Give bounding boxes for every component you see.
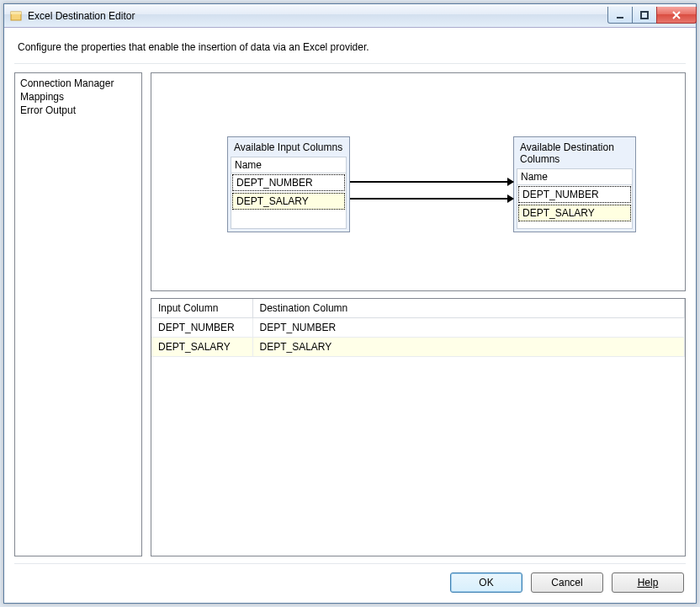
mapping-table: Input Column Destination Column DEPT_NUM… bbox=[151, 299, 685, 357]
footer-separator bbox=[14, 563, 686, 564]
button-row: OK Cancel Help bbox=[14, 572, 686, 593]
table-row[interactable]: DEPT_NUMBER DEPT_NUMBER bbox=[151, 318, 685, 338]
app-icon bbox=[9, 9, 23, 23]
mapping-link[interactable] bbox=[350, 181, 513, 183]
maximize-button[interactable] bbox=[632, 7, 657, 24]
mapping-canvas[interactable]: Available Input Columns Name DEPT_NUMBER… bbox=[151, 72, 686, 291]
grid-header-destination[interactable]: Destination Column bbox=[252, 299, 685, 318]
input-column-item[interactable]: DEPT_SALARY bbox=[232, 193, 345, 210]
svg-rect-3 bbox=[641, 12, 648, 19]
mapping-grid[interactable]: Input Column Destination Column DEPT_NUM… bbox=[151, 298, 686, 556]
cancel-button[interactable]: Cancel bbox=[531, 572, 603, 593]
dest-box-header: Name bbox=[517, 169, 632, 185]
cancel-button-label: Cancel bbox=[551, 577, 582, 588]
cell-input-column[interactable]: DEPT_NUMBER bbox=[151, 318, 252, 338]
body-area: Connection Manager Mappings Error Output… bbox=[14, 72, 686, 556]
cell-destination-column[interactable]: DEPT_NUMBER bbox=[252, 318, 685, 338]
available-destination-columns-box[interactable]: Available Destination Columns Name DEPT_… bbox=[513, 136, 636, 232]
arrow-right-icon bbox=[507, 194, 514, 203]
input-box-list: Name DEPT_NUMBER DEPT_SALARY bbox=[231, 157, 347, 229]
main-panel: Available Input Columns Name DEPT_NUMBER… bbox=[151, 72, 686, 556]
grid-header-input[interactable]: Input Column bbox=[151, 299, 252, 318]
ok-button[interactable]: OK bbox=[450, 572, 522, 593]
description-text: Configure the properties that enable the… bbox=[18, 41, 682, 53]
help-button[interactable]: Help bbox=[612, 572, 684, 593]
page-navigator[interactable]: Connection Manager Mappings Error Output bbox=[14, 72, 142, 556]
footer: OK Cancel Help bbox=[14, 563, 686, 593]
arrow-right-icon bbox=[507, 178, 514, 186]
available-input-columns-box[interactable]: Available Input Columns Name DEPT_NUMBER… bbox=[227, 136, 350, 232]
input-box-header: Name bbox=[231, 157, 346, 173]
dialog-window: Excel Destination Editor Configure the p… bbox=[3, 3, 697, 604]
cell-input-column[interactable]: DEPT_SALARY bbox=[151, 338, 252, 357]
nav-item-mappings[interactable]: Mappings bbox=[20, 90, 136, 104]
nav-item-connection-manager[interactable]: Connection Manager bbox=[20, 77, 136, 90]
dest-column-item[interactable]: DEPT_NUMBER bbox=[518, 186, 631, 203]
svg-rect-2 bbox=[617, 17, 623, 19]
window-controls bbox=[608, 7, 697, 24]
input-column-item[interactable]: DEPT_NUMBER bbox=[232, 174, 345, 191]
dest-box-title: Available Destination Columns bbox=[517, 140, 633, 168]
close-button[interactable] bbox=[656, 7, 697, 24]
input-box-title: Available Input Columns bbox=[231, 140, 347, 157]
ok-button-label: OK bbox=[479, 577, 493, 588]
help-button-label: Help bbox=[638, 577, 659, 588]
client-area: Configure the properties that enable the… bbox=[4, 28, 696, 603]
svg-rect-1 bbox=[11, 12, 21, 14]
separator bbox=[14, 63, 686, 64]
cell-destination-column[interactable]: DEPT_SALARY bbox=[252, 338, 685, 357]
dest-column-item[interactable]: DEPT_SALARY bbox=[518, 205, 631, 221]
title-bar[interactable]: Excel Destination Editor bbox=[4, 4, 696, 28]
mapping-link[interactable] bbox=[350, 198, 513, 200]
table-row[interactable]: DEPT_SALARY DEPT_SALARY bbox=[151, 338, 685, 357]
window-title: Excel Destination Editor bbox=[28, 10, 135, 22]
minimize-button[interactable] bbox=[607, 7, 633, 24]
nav-item-error-output[interactable]: Error Output bbox=[20, 104, 136, 117]
dest-box-list: Name DEPT_NUMBER DEPT_SALARY bbox=[517, 168, 633, 229]
